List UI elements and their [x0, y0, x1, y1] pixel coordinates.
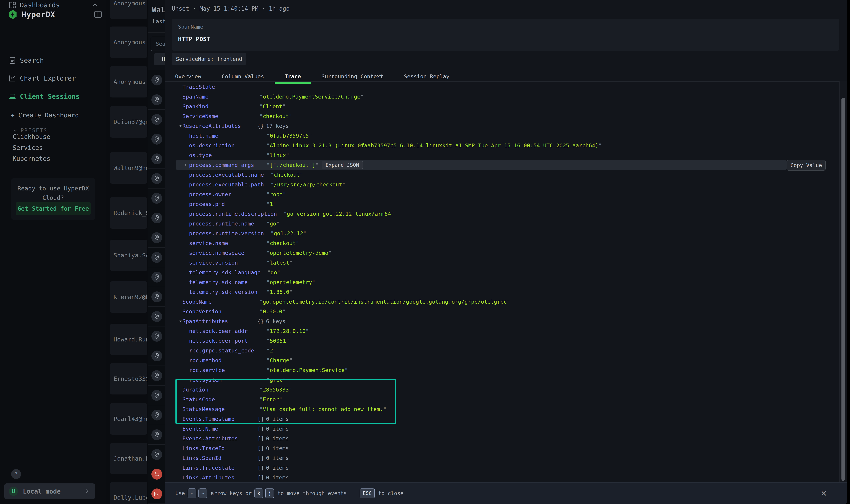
attribute-row[interactable]: process.executable.path /usr/src/app/che… — [165, 180, 839, 190]
session-card[interactable]: Roderick_S — [110, 197, 147, 229]
event-row[interactable] — [148, 188, 165, 208]
attribute-row[interactable]: TraceState — [165, 82, 839, 92]
preset-item[interactable]: Kubernetes — [0, 153, 106, 164]
session-card[interactable]: Anonymous — [110, 66, 147, 97]
session-card[interactable]: Shaniya.Sc — [110, 240, 147, 271]
session-card[interactable]: Kieran92@h — [110, 281, 147, 313]
create-dashboard-button[interactable]: + Create Dashboard — [11, 112, 79, 119]
peek-filter-chip[interactable]: H — [154, 53, 165, 65]
detail-tab[interactable]: Column Values — [222, 71, 264, 82]
event-row[interactable] — [148, 425, 165, 445]
preset-item[interactable]: Clickhouse — [0, 131, 106, 142]
preset-item[interactable]: Services — [0, 142, 106, 153]
detail-tab[interactable]: Trace — [285, 71, 301, 82]
attribute-row[interactable]: Links.TraceId [] 0 items — [165, 443, 839, 453]
collapse-caret-icon[interactable] — [179, 319, 182, 323]
session-card[interactable]: Ernesto33@ — [110, 363, 147, 395]
detail-tab[interactable]: Surrounding Context — [321, 71, 383, 82]
attribute-row[interactable]: Events.Timestamp [] 0 items — [165, 414, 839, 424]
attribute-row[interactable]: ResourceAttributes {} 17 keys — [165, 121, 839, 131]
peek-search-input[interactable] — [151, 37, 165, 51]
event-row[interactable] — [148, 385, 165, 405]
session-card[interactable]: Deion37@gm — [110, 106, 147, 138]
expand-json-button[interactable]: Expand JSON — [322, 161, 363, 169]
detail-tab[interactable]: Session Replay — [404, 71, 449, 82]
sidebar-nav-item[interactable]: Dashboards — [0, 0, 106, 10]
attribute-row[interactable]: rpc.service oteldemo.PaymentService — [165, 365, 839, 375]
attribute-row[interactable]: telemetry.sdk.name opentelemetry — [165, 277, 839, 287]
attribute-row[interactable]: Events.Name [] 0 items — [165, 424, 839, 434]
attribute-row[interactable]: process.runtime.name go — [165, 219, 839, 229]
event-row[interactable] — [148, 110, 165, 129]
sidebar-nav-item[interactable]: Client Sessions — [0, 91, 106, 102]
session-card[interactable]: Walton9@ho — [110, 152, 147, 184]
attribute-row[interactable]: Links.SpanId [] 0 items — [165, 453, 839, 463]
service-name-badge[interactable]: ServiceName: frontend — [172, 53, 246, 65]
attribute-row[interactable]: ServiceName checkout — [165, 111, 839, 121]
event-row[interactable] — [148, 267, 165, 287]
get-started-button[interactable]: Get Started for Free — [16, 202, 91, 215]
attribute-row[interactable]: rpc.grpc.status_code 2 — [165, 346, 839, 356]
session-card[interactable]: Pearl43@ho — [110, 403, 147, 435]
event-row[interactable] — [148, 248, 165, 267]
attribute-row[interactable]: Duration 28656333 — [165, 385, 839, 395]
event-row[interactable] — [148, 169, 165, 188]
attribute-row[interactable]: process.command_args ["./checkout"] Expa… — [176, 160, 787, 170]
attribute-row[interactable]: ScopeVersion 0.60.0 — [165, 307, 839, 316]
attribute-row[interactable]: net.sock.peer.port 50051 — [165, 336, 839, 346]
attribute-row[interactable]: host.name 0faab73597c5 — [165, 131, 839, 141]
attribute-row[interactable]: rpc.system grpc — [165, 375, 839, 385]
scrollbar-track[interactable] — [839, 81, 847, 482]
session-card[interactable]: Dolly.Lubo — [110, 482, 147, 504]
event-row[interactable] — [148, 149, 165, 169]
local-mode-button[interactable]: U Local mode — [4, 483, 95, 499]
session-card[interactable]: Anonymous — [110, 0, 147, 19]
attribute-row[interactable]: Events.Attributes [] 0 items — [165, 434, 839, 443]
event-row[interactable] — [148, 366, 165, 385]
attribute-row[interactable]: os.description Alpine Linux 3.21.3 (Linu… — [165, 141, 839, 150]
help-button[interactable]: ? — [11, 469, 21, 479]
attribute-row[interactable]: service.version latest — [165, 258, 839, 268]
attribute-row[interactable]: process.owner root — [165, 190, 839, 199]
attribute-row[interactable]: SpanAttributes {} 6 keys — [165, 316, 839, 326]
attribute-row[interactable]: Links.Attributes [] 0 items — [165, 473, 839, 482]
attribute-row[interactable]: Links.TraceState [] 0 items — [165, 463, 839, 473]
attribute-row[interactable]: process.runtime.version go1.22.12 — [165, 229, 839, 238]
detail-tab[interactable]: Overview — [175, 71, 201, 82]
scrollbar-thumb[interactable] — [842, 98, 845, 481]
event-row[interactable] — [148, 484, 165, 504]
event-row[interactable] — [148, 445, 165, 464]
event-row[interactable] — [148, 464, 165, 484]
collapse-caret-icon[interactable] — [179, 124, 182, 128]
sidebar-nav-item[interactable]: Search — [0, 55, 106, 66]
event-row[interactable] — [148, 208, 165, 228]
event-row[interactable] — [148, 326, 165, 346]
expand-caret-icon[interactable] — [184, 163, 187, 167]
session-card[interactable]: Jonathan.B — [110, 443, 147, 474]
sidebar-collapse-icon[interactable] — [93, 10, 103, 19]
event-row[interactable] — [148, 307, 165, 326]
attribute-row[interactable]: telemetry.sdk.version 1.35.0 — [165, 287, 839, 297]
attribute-row[interactable]: SpanKind Client — [165, 102, 839, 111]
session-card[interactable]: Howard.Run — [110, 324, 147, 355]
attribute-row[interactable]: process.executable.name checkout — [165, 170, 839, 180]
event-row[interactable] — [148, 287, 165, 307]
event-row[interactable] — [148, 90, 165, 110]
attribute-row[interactable]: service.name checkout — [165, 238, 839, 248]
event-row[interactable] — [148, 405, 165, 425]
event-row[interactable] — [148, 129, 165, 149]
close-icon[interactable]: ✕ — [820, 489, 827, 498]
event-row[interactable] — [148, 228, 165, 248]
attribute-row[interactable]: os.type linux — [165, 150, 839, 160]
event-row[interactable] — [148, 346, 165, 366]
attribute-row[interactable]: SpanName oteldemo.PaymentService/Charge — [165, 92, 839, 102]
attribute-row[interactable]: StatusMessage Visa cache full: cannot ad… — [165, 404, 839, 414]
sidebar-nav-item[interactable]: Chart Explorer — [0, 73, 106, 83]
attribute-row[interactable]: rpc.method Charge — [165, 356, 839, 365]
attribute-row[interactable]: process.runtime.description go version g… — [165, 209, 839, 219]
chevron-up-icon[interactable] — [92, 2, 98, 8]
event-row[interactable] — [148, 70, 165, 90]
attribute-row[interactable]: net.sock.peer.addr 172.28.0.10 — [165, 326, 839, 336]
attribute-row[interactable]: ScopeName go.opentelemetry.io/contrib/in… — [165, 297, 839, 307]
session-card[interactable]: Anonymous — [110, 26, 147, 58]
